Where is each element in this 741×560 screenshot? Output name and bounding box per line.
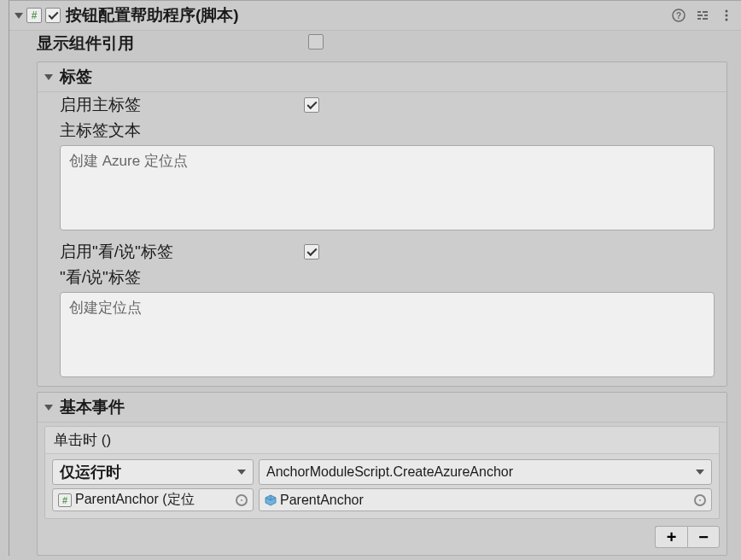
seesay-textarea[interactable]: 创建定位点 bbox=[60, 292, 715, 377]
component-header: # 按钮配置帮助程序(脚本) ? bbox=[9, 0, 741, 31]
target-object-field[interactable]: ParentAnchor bbox=[259, 488, 712, 511]
remove-event-button[interactable]: − bbox=[687, 526, 720, 548]
svg-text:?: ? bbox=[676, 11, 681, 20]
svg-rect-5 bbox=[704, 15, 708, 16]
seesay-label: "看/说"标签 bbox=[60, 266, 304, 289]
labels-section-header[interactable]: 标签 bbox=[38, 62, 726, 92]
component-enabled-checkbox[interactable] bbox=[45, 8, 61, 23]
gameobject-icon bbox=[265, 494, 277, 506]
events-section-foldout[interactable] bbox=[44, 405, 53, 411]
svg-point-10 bbox=[726, 19, 728, 21]
enable-main-checkbox[interactable] bbox=[304, 97, 319, 113]
seesay-label-row: "看/说"标签 bbox=[38, 265, 726, 290]
labels-section: 标签 启用主标签 主标签文本 创建 Azure 定位点 启用"看/说"标签 "看… bbox=[37, 61, 727, 387]
preset-icon[interactable] bbox=[695, 8, 710, 23]
object-picker-icon[interactable] bbox=[694, 494, 706, 506]
component-title: 按钮配置帮助程序(脚本) bbox=[66, 4, 671, 26]
show-references-label: 显示组件引用 bbox=[37, 32, 308, 55]
svg-rect-4 bbox=[697, 15, 703, 16]
chevron-down-icon bbox=[237, 470, 246, 475]
chevron-down-icon bbox=[696, 470, 704, 475]
runtime-mode-dropdown[interactable]: 仅运行时 bbox=[52, 459, 254, 485]
enable-seesay-checkbox[interactable] bbox=[304, 244, 319, 260]
target-script-value: ParentAnchor (定位 bbox=[75, 491, 195, 509]
svg-rect-3 bbox=[703, 11, 708, 13]
onclick-event-block: 单击时 () 仅运行时 AnchorModuleScript.CreateAzu… bbox=[44, 426, 720, 519]
menu-icon[interactable] bbox=[719, 8, 734, 23]
svg-rect-2 bbox=[697, 11, 701, 13]
events-section: 基本事件 单击时 () 仅运行时 AnchorModuleScript.Crea… bbox=[37, 392, 727, 556]
target-object-value: ParentAnchor bbox=[280, 493, 364, 508]
function-dropdown[interactable]: AnchorModuleScript.CreateAzureAnchor bbox=[259, 459, 712, 485]
labels-section-foldout[interactable] bbox=[44, 74, 53, 80]
runtime-mode-value: 仅运行时 bbox=[60, 462, 121, 482]
component-foldout[interactable] bbox=[15, 13, 23, 19]
add-event-button[interactable]: + bbox=[655, 526, 687, 548]
labels-section-title: 标签 bbox=[60, 66, 92, 88]
main-label-text-label: 主标签文本 bbox=[60, 120, 304, 142]
show-references-row: 显示组件引用 bbox=[9, 31, 741, 56]
script-icon: # bbox=[58, 493, 72, 507]
events-section-header[interactable]: 基本事件 bbox=[38, 393, 726, 423]
help-icon[interactable]: ? bbox=[671, 8, 686, 23]
svg-point-8 bbox=[726, 10, 728, 13]
events-section-title: 基本事件 bbox=[60, 396, 125, 418]
svg-point-9 bbox=[726, 15, 728, 17]
enable-seesay-row: 启用"看/说"标签 bbox=[38, 239, 726, 265]
script-icon: # bbox=[26, 8, 42, 23]
onclick-label: 单击时 () bbox=[45, 427, 719, 454]
target-script-field[interactable]: # ParentAnchor (定位 bbox=[52, 488, 254, 511]
main-label-textarea[interactable]: 创建 Azure 定位点 bbox=[60, 145, 715, 230]
enable-main-label-row: 启用主标签 bbox=[38, 92, 726, 118]
svg-rect-6 bbox=[697, 18, 701, 20]
main-label-text-row: 主标签文本 bbox=[38, 118, 726, 143]
enable-seesay-label: 启用"看/说"标签 bbox=[60, 241, 304, 263]
function-value: AnchorModuleScript.CreateAzureAnchor bbox=[266, 464, 513, 480]
show-references-checkbox[interactable] bbox=[308, 34, 324, 50]
object-picker-icon[interactable] bbox=[236, 494, 248, 506]
enable-main-label: 启用主标签 bbox=[60, 94, 304, 116]
component-inspector-panel: # 按钮配置帮助程序(脚本) ? 显示组件引用 标签 启用主标签 bbox=[9, 0, 741, 556]
svg-rect-7 bbox=[703, 18, 708, 20]
